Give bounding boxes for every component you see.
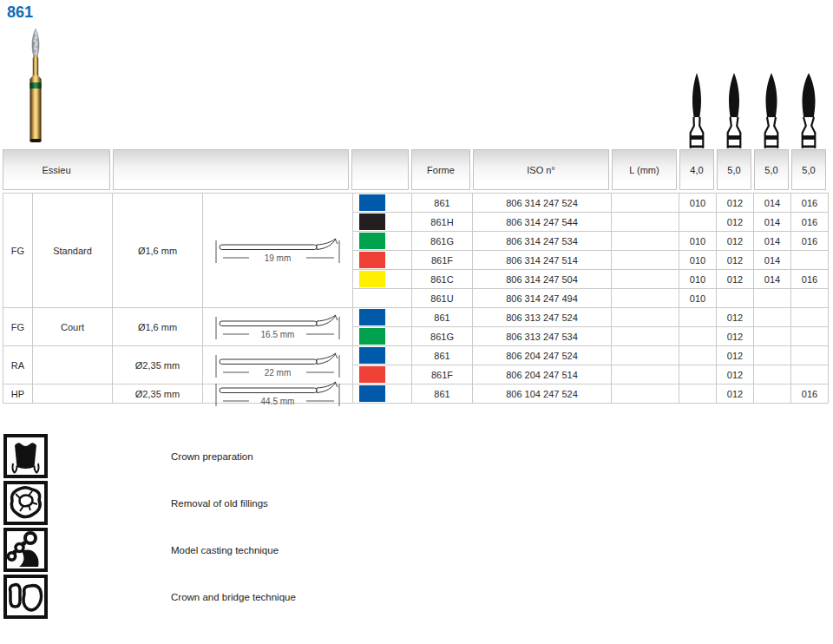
application-label: Crown preparation [171, 451, 253, 462]
color-code-cell [353, 384, 411, 403]
total-length-label: 19 mm [265, 253, 292, 262]
l-mm-cell [612, 289, 679, 307]
size-availability-cell: 016 [791, 232, 828, 250]
shank-length-drawing: 44.5 mm [213, 380, 343, 408]
size-availability-cell [679, 346, 716, 365]
bur-tip-silhouette-010 [678, 71, 715, 149]
length-type-cell: Court [33, 308, 112, 345]
l-mm-cell [612, 270, 679, 288]
l-mm-cell [612, 384, 679, 403]
specification-table: Essieu Forme ISO n° L (mm) 4,0 5,0 5,0 5… [3, 149, 827, 404]
forme-cell: 861 [412, 384, 472, 403]
iso-number-cell: 806 314 247 504 [473, 270, 611, 288]
color-code-cell [353, 251, 411, 269]
color-code-cell [353, 289, 411, 307]
table-body: FGStandardØ1,6 mm19 mm861806 314 247 524… [3, 193, 829, 404]
l-mm-cell [612, 346, 679, 365]
l-mm-cell [612, 213, 679, 231]
length-drawing-cell: 22 mm [203, 346, 352, 384]
shank-type-cell: FG [3, 194, 32, 307]
color-code-cell [353, 213, 411, 231]
iso-color-swatch [359, 366, 385, 383]
shank-type-cell: RA [3, 346, 32, 384]
l-mm-cell [612, 251, 679, 269]
forme-cell: 861G [412, 327, 472, 345]
iso-color-swatch [359, 309, 385, 325]
size-availability-cell: 012 [717, 194, 753, 212]
page-title: 861 [7, 3, 33, 22]
forme-cell: 861 [412, 308, 472, 326]
shank-length-drawing: 16.5 mm [213, 313, 343, 341]
size-availability-cell: 012 [717, 232, 753, 250]
iso-color-swatch [359, 347, 385, 364]
size-availability-cell: 016 [791, 213, 828, 231]
iso-number-cell: 806 204 247 514 [473, 365, 611, 384]
size-availability-cell [791, 327, 828, 345]
bur-tip-silhouette-016 [790, 71, 827, 149]
color-code-cell [353, 308, 411, 326]
size-availability-cell: 012 [717, 270, 753, 288]
application-item: Crown preparation [3, 434, 296, 478]
size-availability-cell [791, 308, 828, 326]
iso-number-cell: 806 314 247 534 [473, 232, 611, 250]
size-availability-cell [791, 251, 828, 269]
size-availability-cell: 012 [717, 384, 753, 403]
diamond-bur-photo [21, 29, 50, 147]
size-availability-cell [754, 289, 790, 307]
iso-color-swatch [359, 214, 385, 230]
forme-cell: 861H [412, 213, 472, 231]
l-mm-cell [612, 365, 679, 384]
diameter-cell: Ø1,6 mm [113, 194, 202, 307]
diameter-cell: Ø2,35 mm [113, 346, 202, 384]
size-availability-cell [791, 365, 828, 384]
size-availability-cell [679, 327, 716, 345]
color-code-cell [353, 232, 411, 250]
size-availability-cell [679, 365, 716, 384]
bur-tip-silhouette-014 [752, 71, 790, 149]
shank-type-cell: FG [3, 308, 32, 345]
iso-color-swatch [359, 385, 385, 402]
header-size-2: 5,0 [717, 149, 751, 190]
forme-cell: 861C [412, 270, 472, 288]
forme-cell: 861F [412, 251, 472, 269]
application-item: Crown and bridge technique [3, 575, 296, 619]
crown-and-bridge-icon [3, 575, 48, 619]
iso-color-swatch [359, 233, 385, 249]
size-availability-cell: 010 [679, 289, 716, 307]
diameter-cell: Ø1,6 mm [113, 308, 202, 345]
l-mm-cell [612, 327, 679, 345]
size-availability-cell: 012 [717, 251, 753, 269]
color-code-cell [353, 270, 411, 288]
iso-color-swatch [359, 328, 385, 345]
forme-cell: 861 [412, 194, 472, 212]
size-availability-cell [791, 289, 828, 307]
header-essieu: Essieu [3, 149, 110, 190]
header-color-column [351, 149, 409, 190]
header-spacer-1 [113, 149, 349, 190]
iso-number-cell: 806 313 247 524 [473, 308, 611, 326]
l-mm-cell [612, 232, 679, 250]
shank-length-drawing: 19 mm [213, 237, 343, 265]
size-availability-cell: 012 [717, 346, 753, 365]
l-mm-cell [612, 194, 679, 212]
table-header-row: Essieu Forme ISO n° L (mm) 4,0 5,0 5,0 5… [3, 149, 827, 190]
length-type-cell [33, 346, 112, 384]
header-forme: Forme [411, 149, 470, 190]
size-availability-cell: 010 [679, 251, 716, 269]
bur-tip-silhouette-012 [715, 71, 752, 149]
iso-number-cell: 806 314 247 514 [473, 251, 611, 269]
color-code-cell [353, 327, 411, 345]
length-type-cell [33, 384, 112, 403]
size-availability-cell [754, 346, 790, 365]
length-type-cell: Standard [33, 194, 112, 307]
size-availability-cell: 012 [717, 308, 753, 326]
size-availability-cell [717, 289, 753, 307]
iso-number-cell: 806 204 247 524 [473, 346, 611, 365]
size-availability-cell: 010 [679, 232, 716, 250]
iso-color-swatch [359, 252, 385, 268]
size-availability-cell [754, 308, 790, 326]
iso-number-cell: 806 313 247 534 [473, 327, 611, 345]
size-availability-cell: 010 [679, 194, 716, 212]
color-code-cell [353, 346, 411, 365]
header-size-4: 5,0 [791, 149, 826, 190]
